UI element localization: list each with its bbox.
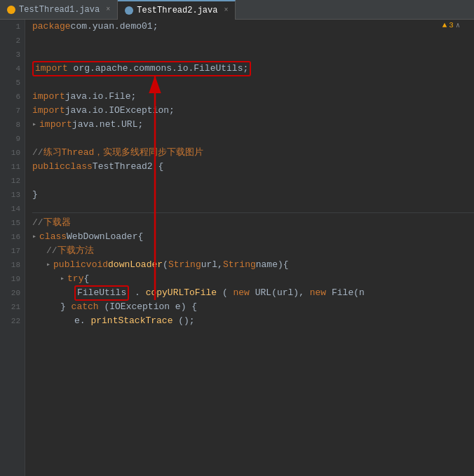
line20-content: FileUtils . copyURLToFile ( new URL(url)… <box>32 285 365 301</box>
tab-close-2[interactable]: × <box>224 6 228 14</box>
tab-label-1: TestThread1.java <box>19 5 100 15</box>
line-num-16: 16 <box>0 230 20 244</box>
line21-content: } catch (IOException e) { <box>32 300 197 314</box>
collapse-18[interactable]: ▸ <box>46 258 50 272</box>
token-import8-path: java.net.URL; <box>72 118 143 132</box>
line18-content: ▸ public void downLoader ( String url, S… <box>32 258 289 272</box>
token-rbrace21: } <box>60 301 72 312</box>
token-new20a: new <box>233 287 255 298</box>
line22-content: e. printStackTrace (); <box>32 314 195 328</box>
line-num-11: 11 <box>0 160 20 174</box>
code-line-15: //下载器 <box>32 216 474 230</box>
code-line-9 <box>32 132 474 146</box>
token-semi22: (); <box>178 315 194 326</box>
code-line-12 <box>32 174 474 188</box>
code-line-20: FileUtils . copyURLToFile ( new URL(url)… <box>32 286 474 300</box>
line-num-1: 1 <box>0 20 20 34</box>
token-pkg: com.yuan.demo01; <box>71 20 158 34</box>
token-import-path: org.apache.commons.io.FileUtils; <box>74 63 249 74</box>
tab-testthread2[interactable]: TestThread2.java × <box>118 0 236 20</box>
token-fileutils: FileUtils <box>77 287 126 298</box>
line-num-6: 6 <box>0 90 20 104</box>
line-num-8: 8 <box>0 118 20 132</box>
token-new20b: new <box>310 287 332 298</box>
line19-content: ▸ try { <box>32 272 89 286</box>
token-args20: ( <box>222 287 228 298</box>
token-import6-kw: import <box>32 90 65 104</box>
highlight-import: import org.apache.commons.io.FileUtils; <box>32 61 251 76</box>
token-brace19: { <box>83 272 89 286</box>
token-string18a: String <box>168 258 201 272</box>
token-brace13: } <box>32 188 38 202</box>
collapse-19[interactable]: ▸ <box>60 272 65 286</box>
token-class11: class <box>65 160 93 174</box>
code-line-2 <box>32 34 474 48</box>
token-kw-package: package <box>32 20 71 34</box>
collapse-8[interactable]: ▸ <box>32 118 36 132</box>
token-url18: url, <box>201 258 223 272</box>
token-import8-kw: import <box>39 118 72 132</box>
code-line-22: e. printStackTrace (); <box>32 314 474 328</box>
line-num-10: 10 <box>0 146 20 160</box>
tab-close-1[interactable]: × <box>106 6 110 13</box>
token-catch21: catch <box>72 301 104 312</box>
token-import6-path: java.io.File; <box>65 90 136 104</box>
tab-bar: TestThread1.java × TestThread2.java × <box>0 0 474 20</box>
token-method20: copyURLToFile <box>146 287 217 298</box>
token-url20: URL(url), <box>255 287 304 298</box>
token-fn18: downLoader <box>108 258 163 272</box>
token-catch-sig: (IOException e) { <box>104 301 197 312</box>
line-num-14: 14 <box>0 202 20 216</box>
token-classname11: TestThread2 { <box>93 160 163 174</box>
tab-icon-1 <box>7 6 15 14</box>
token-try19: try <box>67 272 83 286</box>
token-comment10: // <box>32 146 43 160</box>
indent-17: //下载方法 <box>32 244 94 258</box>
token-void18: void <box>86 258 108 272</box>
line-num-3: 3 <box>0 48 20 62</box>
line-num-19: 19 <box>0 272 20 286</box>
code-line-7: import java.io.IOException; <box>32 104 474 118</box>
code-line-19: ▸ try { <box>32 272 474 286</box>
collapse-16[interactable]: ▸ <box>32 230 36 244</box>
token-classname16: WebDownLoader{ <box>67 230 143 244</box>
line-num-2: 2 <box>0 34 20 48</box>
code-line-14 <box>32 202 474 216</box>
code-line-16: ▸ class WebDownLoader{ <box>32 230 474 244</box>
code-line-3 <box>32 48 474 62</box>
token-comment-cn10: 练习Thread，实现多线程同步下载图片 <box>43 146 204 160</box>
line-num-5: 5 <box>0 76 20 90</box>
token-comment-cn17: 下载方法 <box>57 245 94 256</box>
code-content[interactable]: ▲ 3 ∧ package com.yuan.demo01; import or… <box>25 20 474 476</box>
line-num-17: 17 <box>0 244 20 258</box>
token-string18b: String <box>223 258 256 272</box>
code-line-11: public class TestThread2 { <box>32 160 474 174</box>
token-class16: class <box>39 230 67 244</box>
line-num-7: 7 <box>0 104 20 118</box>
token-e22: e. <box>74 315 86 326</box>
tab-label-2: TestThread2.java <box>137 6 217 15</box>
token-method22: printStackTrace <box>90 315 172 326</box>
code-line-17: //下载方法 <box>32 244 474 258</box>
token-file20: File(n <box>332 287 365 298</box>
code-line-4: import org.apache.commons.io.FileUtils; <box>32 62 474 76</box>
line-num-20: 20 <box>0 286 20 300</box>
token-paren18: ( <box>163 258 168 272</box>
code-line-21: } catch (IOException e) { <box>32 300 474 314</box>
token-import7-kw: import <box>32 104 65 118</box>
code-line-1: package com.yuan.demo01; <box>32 20 474 34</box>
tab-testthread1[interactable]: TestThread1.java × <box>0 0 118 20</box>
line-num-22: 22 <box>0 314 20 328</box>
divider-14 <box>32 212 474 213</box>
token-name18: name){ <box>256 258 289 272</box>
line-num-18: 18 <box>0 258 20 272</box>
line-num-9: 9 <box>0 132 20 146</box>
token-public18: public <box>53 258 86 272</box>
line-num-21: 21 <box>0 300 20 314</box>
token-import7-path: java.io.IOException; <box>65 104 175 118</box>
token-import-kw: import <box>35 63 74 74</box>
line-num-4: 4 <box>0 62 20 76</box>
code-line-18: ▸ public void downLoader ( String url, S… <box>32 258 474 272</box>
line-numbers: 1 2 3 4 5 6 7 8 9 10 11 12 13 14 15 16 1… <box>0 20 25 476</box>
code-line-10: //练习Thread，实现多线程同步下载图片 <box>32 146 474 160</box>
